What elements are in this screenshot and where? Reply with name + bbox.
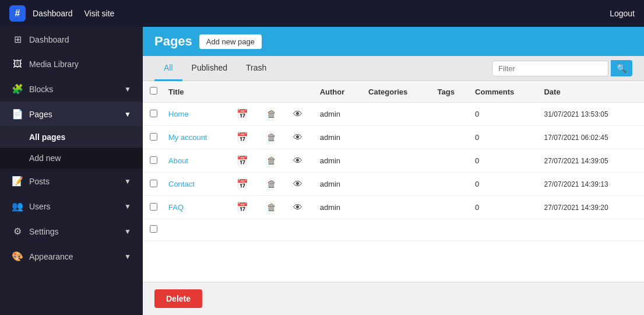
pages-arrow-icon: ▼ <box>124 110 131 118</box>
col-actions <box>232 81 262 103</box>
table-row: My account 📅 🗑 👁 admin 0 17/07/2021 06:0… <box>143 126 644 149</box>
users-arrow-icon: ▼ <box>124 202 131 211</box>
sidebar-item-blocks[interactable]: 🧩 Blocks ▼ <box>0 76 143 102</box>
edit-schedule-icon[interactable]: 📅 <box>237 108 248 120</box>
sidebar-item-add-new[interactable]: Add new <box>0 148 143 169</box>
sidebar-item-users[interactable]: 👥 Users ▼ <box>0 194 143 219</box>
tab-bar: All Published Trash 🔍 <box>143 56 644 81</box>
sidebar-label-settings: Settings <box>29 227 59 236</box>
tab-all[interactable]: All <box>154 56 182 81</box>
sidebar-label-dashboard: Dashboard <box>29 35 69 44</box>
sidebar-item-dashboard[interactable]: ⊞ Dashboard <box>0 27 143 52</box>
sidebar-item-posts[interactable]: 📝 Posts ▼ <box>0 169 143 194</box>
sidebar-item-appearance[interactable]: 🎨 Appearance ▼ <box>0 244 143 269</box>
top-nav-links: Dashboard Visit site <box>33 9 610 18</box>
sidebar: ⊞ Dashboard 🖼 Media Library 🧩 Blocks ▼ 📄… <box>0 27 143 315</box>
comments-cell: 0 <box>470 173 539 196</box>
sidebar-item-settings[interactable]: ⚙ Settings ▼ <box>0 219 143 244</box>
row-checkbox[interactable] <box>150 203 157 211</box>
delete-row-icon[interactable]: 🗑 <box>267 179 276 189</box>
blocks-icon: 🧩 <box>12 83 23 94</box>
author-cell: admin <box>315 196 364 219</box>
date-cell: 27/07/2021 14:39:20 <box>539 196 644 219</box>
page-title-link[interactable]: Home <box>168 110 189 118</box>
settings-arrow-icon: ▼ <box>124 228 131 236</box>
main-layout: ⊞ Dashboard 🖼 Media Library 🧩 Blocks ▼ 📄… <box>0 27 644 315</box>
date-cell: 27/07/2021 14:39:13 <box>539 173 644 196</box>
select-all-checkbox[interactable] <box>150 87 157 94</box>
date-cell: 27/07/2021 14:39:05 <box>539 149 644 173</box>
col-categories: Categories <box>364 81 432 103</box>
settings-icon: ⚙ <box>12 226 23 237</box>
col-date: Date <box>539 81 644 103</box>
page-title-link[interactable]: FAQ <box>168 203 184 212</box>
view-icon[interactable]: 👁 <box>293 109 302 119</box>
comments-cell: 0 <box>470 196 539 219</box>
filter-input[interactable] <box>492 61 608 76</box>
edit-schedule-icon[interactable]: 📅 <box>237 178 248 190</box>
view-icon[interactable]: 👁 <box>293 202 302 212</box>
view-icon[interactable]: 👁 <box>293 156 302 166</box>
delete-button[interactable]: Delete <box>154 289 202 308</box>
table-row: Home 📅 🗑 👁 admin 0 31/07/2021 13:53:05 <box>143 103 644 126</box>
sidebar-label-pages: Pages <box>29 110 52 119</box>
row-checkbox[interactable] <box>150 180 157 187</box>
posts-arrow-icon: ▼ <box>124 177 131 186</box>
edit-schedule-icon[interactable]: 📅 <box>237 202 248 213</box>
appearance-icon: 🎨 <box>12 251 23 262</box>
sidebar-item-media-library[interactable]: 🖼 Media Library <box>0 52 143 76</box>
edit-schedule-icon[interactable]: 📅 <box>237 155 248 166</box>
delete-row-icon[interactable]: 🗑 <box>267 156 276 166</box>
sidebar-label-media-library: Media Library <box>29 60 79 69</box>
tab-published[interactable]: Published <box>182 56 237 81</box>
comments-cell: 0 <box>470 103 539 126</box>
dashboard-link[interactable]: Dashboard <box>33 9 73 18</box>
date-cell: 17/07/2021 06:02:45 <box>539 126 644 149</box>
author-cell: admin <box>315 149 364 173</box>
pages-table: Title Author Categories Tags Comments Da… <box>143 81 644 241</box>
tags-cell <box>432 196 470 219</box>
col-actions2 <box>262 81 289 103</box>
author-cell: admin <box>315 173 364 196</box>
row-checkbox[interactable] <box>150 156 157 164</box>
logo-icon: # <box>9 5 26 22</box>
date-cell: 31/07/2021 13:53:05 <box>539 103 644 126</box>
appearance-arrow-icon: ▼ <box>124 253 131 261</box>
sidebar-label-blocks: Blocks <box>29 85 53 94</box>
table-row: FAQ 📅 🗑 👁 admin 0 27/07/2021 14:39:20 <box>143 196 644 219</box>
main-content: Pages Add new page All Published Trash 🔍… <box>143 27 644 315</box>
row-checkbox-empty[interactable] <box>150 225 157 233</box>
categories-cell <box>364 196 432 219</box>
content-header: Pages Add new page <box>143 27 644 56</box>
col-actions3 <box>288 81 315 103</box>
sidebar-item-pages[interactable]: 📄 Pages ▼ <box>0 102 143 127</box>
delete-row-icon[interactable]: 🗑 <box>267 109 276 119</box>
page-title-link[interactable]: About <box>168 156 188 165</box>
logout-button[interactable]: Logout <box>610 9 635 18</box>
visit-site-link[interactable]: Visit site <box>85 9 115 18</box>
sidebar-label-users: Users <box>29 202 51 211</box>
media-library-icon: 🖼 <box>12 59 23 69</box>
dashboard-icon: ⊞ <box>12 34 23 45</box>
row-checkbox[interactable] <box>150 110 157 117</box>
edit-schedule-icon[interactable]: 📅 <box>237 132 248 143</box>
posts-icon: 📝 <box>12 176 23 187</box>
sidebar-item-all-pages[interactable]: All pages <box>0 127 143 148</box>
categories-cell <box>364 103 432 126</box>
pages-submenu: All pages Add new <box>0 127 143 169</box>
view-icon[interactable]: 👁 <box>293 179 302 189</box>
filter-button[interactable]: 🔍 <box>611 60 632 76</box>
page-title-link[interactable]: My account <box>168 133 207 142</box>
row-checkbox[interactable] <box>150 133 157 141</box>
tags-cell <box>432 126 470 149</box>
tab-trash[interactable]: Trash <box>237 56 276 81</box>
delete-row-icon[interactable]: 🗑 <box>267 202 276 212</box>
add-new-page-button[interactable]: Add new page <box>199 34 262 49</box>
delete-row-icon[interactable]: 🗑 <box>267 132 276 142</box>
page-title-link[interactable]: Contact <box>168 180 195 188</box>
view-icon[interactable]: 👁 <box>293 132 302 142</box>
col-title: Title <box>164 81 232 103</box>
categories-cell <box>364 149 432 173</box>
comments-cell: 0 <box>470 149 539 173</box>
categories-cell <box>364 173 432 196</box>
